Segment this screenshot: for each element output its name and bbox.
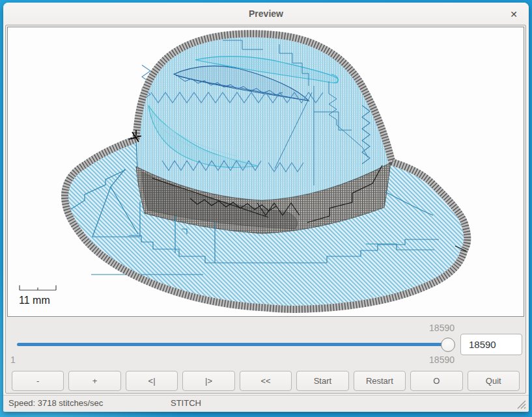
content-frame: 11 mm 18590 1 18590 - + <| |> << Start R… xyxy=(5,25,526,394)
o-button[interactable]: O xyxy=(410,371,462,391)
hat-stitch-drawing: 11 mm xyxy=(8,27,522,315)
window-title: Preview xyxy=(3,3,529,25)
desktop: { "window": { "title": "Preview", "close… xyxy=(0,0,532,417)
step-forward-button[interactable]: |> xyxy=(182,371,234,391)
speed-down-button[interactable]: - xyxy=(12,371,64,391)
preview-dialog: Preview ✕ xyxy=(3,3,529,412)
quit-button[interactable]: Quit xyxy=(468,371,520,391)
speed-up-button[interactable]: + xyxy=(68,371,120,391)
step-back-button[interactable]: <| xyxy=(126,371,178,391)
slider-max-label-bottom: 18590 xyxy=(402,355,455,365)
speed-status: Speed: 3718 stitches/sec xyxy=(8,398,103,408)
stitch-mode-status: STITCH xyxy=(171,398,201,408)
stitch-progress-slider[interactable] xyxy=(17,343,449,346)
start-button[interactable]: Start xyxy=(296,371,348,391)
scale-label: 11 mm xyxy=(19,295,50,306)
status-bar: Speed: 3718 stitches/sec STITCH xyxy=(3,395,529,412)
scale-ruler xyxy=(20,286,56,291)
stitch-number-input[interactable] xyxy=(460,334,522,355)
resize-grip-icon[interactable] xyxy=(515,398,527,410)
slider-max-label-top: 18590 xyxy=(402,323,455,333)
restart-button[interactable]: Restart xyxy=(354,371,406,391)
slider-min-label: 1 xyxy=(10,355,16,365)
titlebar[interactable]: Preview ✕ xyxy=(3,3,529,25)
playback-controls: - + <| |> << Start Restart O Quit xyxy=(12,371,520,391)
embroidery-canvas: 11 mm xyxy=(7,27,524,317)
close-icon[interactable]: ✕ xyxy=(507,7,521,21)
rewind-button[interactable]: << xyxy=(240,371,292,391)
slider-handle[interactable] xyxy=(441,338,455,352)
